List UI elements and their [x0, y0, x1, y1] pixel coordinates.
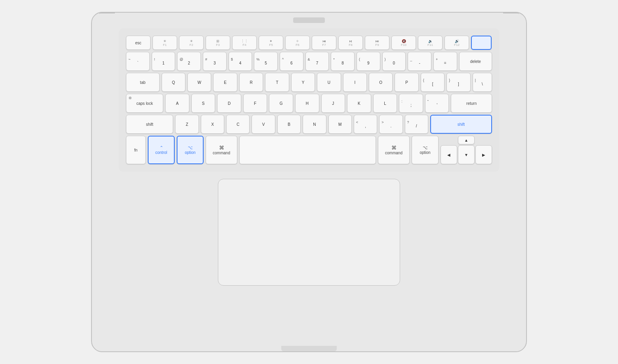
key-p[interactable]: P: [395, 73, 418, 92]
key-caps-lock-label: caps lock: [136, 101, 153, 106]
key-n[interactable]: N: [303, 115, 326, 134]
key-3[interactable]: # 3: [203, 52, 227, 71]
key-f10[interactable]: 🔇 F10: [391, 36, 416, 50]
key-f4[interactable]: ⋮⋮ F4: [232, 36, 257, 50]
key-backtick[interactable]: ~ `: [126, 52, 150, 71]
key-f6-label: F6: [296, 43, 299, 47]
key-j[interactable]: J: [321, 94, 345, 113]
trackpad[interactable]: [218, 179, 400, 286]
key-shift-left-label: shift: [146, 122, 153, 127]
key-7[interactable]: & 7: [305, 52, 329, 71]
arrow-bottom-row: ◀ ▼ ▶: [441, 145, 492, 164]
key-f2-icon: ☀: [190, 39, 193, 43]
key-y[interactable]: Y: [291, 73, 315, 92]
key-f3[interactable]: ⊞ F3: [206, 36, 230, 50]
key-2[interactable]: @ 2: [177, 52, 201, 71]
key-tab[interactable]: tab: [126, 73, 160, 92]
key-c[interactable]: C: [226, 115, 250, 134]
key-s[interactable]: S: [191, 94, 216, 113]
key-m[interactable]: M: [328, 115, 352, 134]
key-f1[interactable]: ☀ F1: [153, 36, 177, 50]
key-return-label: return: [466, 101, 477, 106]
key-x[interactable]: X: [201, 115, 224, 134]
key-arrow-down[interactable]: ▼: [458, 145, 475, 164]
key-w[interactable]: W: [187, 73, 211, 92]
key-return[interactable]: return: [451, 94, 492, 113]
key-comma[interactable]: < ,: [354, 115, 377, 134]
key-f5[interactable]: ✦ F5: [259, 36, 283, 50]
key-6[interactable]: ^ 6: [280, 52, 303, 71]
key-f8[interactable]: ⏯ F8: [338, 36, 363, 50]
key-power[interactable]: [471, 36, 492, 50]
key-semicolon[interactable]: : ;: [399, 94, 423, 113]
key-0[interactable]: ) 0: [382, 52, 406, 71]
key-b[interactable]: B: [277, 115, 301, 134]
key-esc-label: esc: [135, 41, 141, 45]
key-f1-label: F1: [163, 43, 166, 47]
key-f12[interactable]: 🔊 F12: [444, 36, 469, 50]
key-v[interactable]: V: [252, 115, 275, 134]
key-option-left[interactable]: ⌥ option: [177, 136, 204, 164]
key-1[interactable]: ! 1: [152, 52, 175, 71]
key-equals[interactable]: + =: [433, 52, 457, 71]
key-f9[interactable]: ⏭ F9: [365, 36, 389, 50]
key-f6[interactable]: ✧ F6: [285, 36, 310, 50]
key-option-right-icon: ⌥: [423, 145, 428, 150]
key-f12-label: F12: [454, 43, 460, 47]
key-a[interactable]: A: [165, 94, 189, 113]
key-f11-icon: 🔉: [428, 39, 433, 43]
key-f2-label: F2: [189, 43, 193, 47]
key-i[interactable]: I: [343, 73, 367, 92]
key-9[interactable]: ( 9: [357, 52, 380, 71]
key-f4-label: F4: [242, 43, 246, 47]
key-h[interactable]: H: [295, 94, 319, 113]
key-shift-right[interactable]: shift: [430, 115, 492, 134]
key-option-right[interactable]: ⌥ option: [412, 136, 439, 164]
key-command-right[interactable]: ⌘ command: [378, 136, 410, 164]
key-minus[interactable]: _ -: [408, 52, 431, 71]
qwerty-row: tab Q W E R T Y U I O P { [ } ] | \: [126, 73, 492, 92]
key-delete[interactable]: delete: [459, 52, 492, 71]
key-space[interactable]: [239, 136, 376, 164]
key-period[interactable]: > .: [379, 115, 402, 134]
key-shift-right-label: shift: [458, 122, 465, 127]
key-f11[interactable]: 🔉 F11: [418, 36, 443, 50]
key-control[interactable]: ⌃ control: [148, 136, 175, 164]
key-caps-lock[interactable]: caps lock: [126, 94, 163, 113]
key-fn[interactable]: fn: [126, 136, 146, 164]
key-backslash[interactable]: | \: [473, 73, 492, 92]
key-arrow-up[interactable]: ▲: [458, 136, 475, 144]
key-f[interactable]: F: [243, 94, 267, 113]
key-u[interactable]: U: [317, 73, 341, 92]
key-o[interactable]: O: [369, 73, 393, 92]
key-t[interactable]: T: [265, 73, 289, 92]
key-f7[interactable]: ⏮ F7: [312, 36, 336, 50]
key-4[interactable]: $ 4: [229, 52, 252, 71]
key-slash[interactable]: ? /: [405, 115, 428, 134]
key-l[interactable]: L: [373, 94, 397, 113]
key-shift-left[interactable]: shift: [126, 115, 173, 134]
key-command-left[interactable]: ⌘ command: [206, 136, 237, 164]
key-r[interactable]: R: [239, 73, 263, 92]
key-q[interactable]: Q: [162, 73, 185, 92]
key-command-left-label: command: [213, 151, 230, 155]
key-arrow-right[interactable]: ▶: [475, 145, 492, 164]
key-5[interactable]: % 5: [254, 52, 278, 71]
key-z[interactable]: Z: [175, 115, 198, 134]
key-quote[interactable]: " ': [425, 94, 449, 113]
key-arrow-left[interactable]: ◀: [441, 145, 457, 164]
hinge-right: [503, 13, 519, 21]
key-8[interactable]: * 8: [331, 52, 355, 71]
key-f2[interactable]: ☀ F2: [179, 36, 204, 50]
key-f1-icon: ☀: [163, 39, 166, 43]
arrow-top-row: ▲: [441, 136, 492, 144]
key-e[interactable]: E: [213, 73, 237, 92]
key-k[interactable]: K: [347, 94, 371, 113]
key-d[interactable]: D: [217, 94, 241, 113]
key-g[interactable]: G: [269, 94, 293, 113]
key-f3-label: F3: [216, 43, 219, 47]
key-esc[interactable]: esc: [126, 36, 151, 50]
key-fn-label: fn: [134, 148, 137, 152]
key-bracket-left[interactable]: { [: [421, 73, 444, 92]
key-bracket-right[interactable]: } ]: [446, 73, 470, 92]
